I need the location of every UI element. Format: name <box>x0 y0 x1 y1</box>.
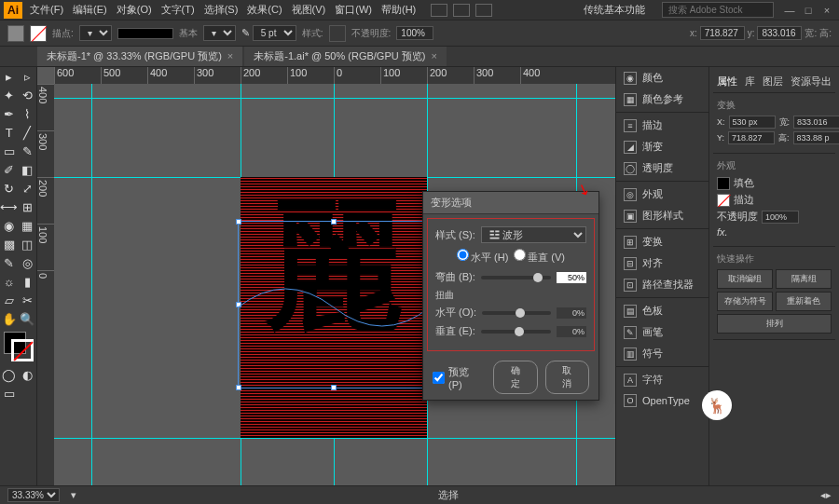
curvature-tool[interactable]: ⌇ <box>19 104 37 123</box>
rotate-tool[interactable]: ↻ <box>0 179 19 198</box>
fill-swatch[interactable] <box>7 25 24 42</box>
stroke-select[interactable]: ▾ <box>203 25 236 41</box>
tab-properties[interactable]: 属性 <box>717 75 737 89</box>
width-tool[interactable]: ⟷ <box>0 198 19 216</box>
selection-tool[interactable]: ▸ <box>0 67 19 86</box>
menu-type[interactable]: 文字(T) <box>161 3 195 17</box>
document-tab-2[interactable]: 未标题-1.ai* @ 50% (RGB/GPU 预览)× <box>244 47 447 66</box>
handle[interactable] <box>236 219 241 225</box>
tab-asset-export[interactable]: 资源导出 <box>791 75 832 89</box>
tab-layers[interactable]: 图层 <box>763 75 783 89</box>
shaper-tool[interactable]: ✐ <box>0 160 19 179</box>
guide[interactable] <box>91 84 92 504</box>
isolate-button[interactable]: 隔离组 <box>776 269 832 289</box>
ungroup-button[interactable]: 取消编组 <box>717 269 773 289</box>
layout-icon-3[interactable] <box>475 4 492 17</box>
bend-slider[interactable] <box>481 276 551 279</box>
symbol-tool[interactable]: ☼ <box>0 272 19 291</box>
blend-tool[interactable]: ◎ <box>19 253 37 272</box>
menu-object[interactable]: 对象(O) <box>117 3 152 17</box>
scroll-right-icon[interactable]: ▸ <box>826 489 832 501</box>
artboard-tool[interactable]: ▱ <box>0 291 19 309</box>
brush-select[interactable]: 5 pt <box>253 25 296 41</box>
menu-view[interactable]: 视图(V) <box>292 3 326 17</box>
fill-swatch[interactable] <box>717 177 730 190</box>
minimize-button[interactable]: — <box>781 4 798 17</box>
v-distort-slider[interactable] <box>481 330 551 334</box>
rectangle-tool[interactable]: ▭ <box>0 142 19 160</box>
paintbrush-tool[interactable]: ✎ <box>19 142 37 160</box>
screen-mode[interactable]: ▭ <box>0 384 19 402</box>
color-swatches[interactable] <box>4 332 34 361</box>
layout-icon[interactable] <box>431 4 447 17</box>
search-input[interactable] <box>662 2 774 18</box>
zoom-select[interactable]: 33.33% <box>7 488 60 502</box>
opacity-input[interactable] <box>762 211 799 224</box>
vertical-radio[interactable]: 垂直 (V) <box>514 249 565 265</box>
menu-window[interactable]: 窗口(W) <box>335 3 372 17</box>
transform-x[interactable] <box>729 116 776 129</box>
close-button[interactable]: × <box>818 4 835 17</box>
arrange-button[interactable]: 排列 <box>717 314 832 334</box>
x-input[interactable] <box>700 26 745 40</box>
panel-character[interactable]: A字符 <box>616 369 708 390</box>
gradient-tool[interactable]: ◫ <box>19 235 37 253</box>
panel-transparency[interactable]: ◯透明度 <box>616 157 708 179</box>
warp-style-select[interactable]: ☳ 波形 <box>481 226 586 243</box>
close-tab-icon[interactable]: × <box>431 50 436 61</box>
ok-button[interactable]: 确定 <box>493 361 537 394</box>
handle[interactable] <box>236 385 241 390</box>
panel-gradient[interactable]: ◢渐变 <box>616 136 708 157</box>
hand-tool[interactable]: ✋ <box>0 309 19 328</box>
draw-behind[interactable]: ◐ <box>19 365 37 384</box>
guide[interactable] <box>54 438 615 439</box>
panel-opentype[interactable]: OOpenType <box>616 390 708 411</box>
brush-icon[interactable]: ✎ <box>241 27 250 39</box>
maximize-button[interactable]: □ <box>800 4 817 17</box>
stroke-swatch[interactable] <box>717 194 730 207</box>
eyedropper-tool[interactable]: ✎ <box>0 253 19 272</box>
close-tab-icon[interactable]: × <box>227 50 233 61</box>
preview-checkbox[interactable]: 预览 (P) <box>433 365 478 390</box>
menu-select[interactable]: 选择(S) <box>204 3 239 17</box>
panel-appearance[interactable]: ◎外观 <box>616 184 708 205</box>
free-transform-tool[interactable]: ⊞ <box>19 198 37 216</box>
eraser-tool[interactable]: ◧ <box>19 160 37 179</box>
graph-tool[interactable]: ▮ <box>19 272 37 291</box>
panel-stroke[interactable]: ≡描边 <box>616 115 708 136</box>
magic-wand-tool[interactable]: ✦ <box>0 86 19 104</box>
type-tool[interactable]: T <box>0 123 19 142</box>
menu-effect[interactable]: 效果(C) <box>247 3 282 17</box>
scale-tool[interactable]: ⤢ <box>19 179 37 198</box>
panel-color-guide[interactable]: ▦颜色参考 <box>616 89 708 110</box>
menu-edit[interactable]: 编辑(E) <box>73 3 107 17</box>
mesh-tool[interactable]: ▩ <box>0 235 19 253</box>
menu-file[interactable]: 文件(F) <box>30 3 63 17</box>
lasso-tool[interactable]: ⟲ <box>19 86 37 104</box>
panel-transform[interactable]: ⊞变换 <box>616 231 708 252</box>
shape-builder-tool[interactable]: ◉ <box>0 216 19 235</box>
tab-libraries[interactable]: 库 <box>745 75 755 89</box>
y-input[interactable] <box>757 26 802 40</box>
stroke-swatch[interactable] <box>30 25 47 42</box>
stroke-preview[interactable] <box>117 28 173 39</box>
panel-pathfinder[interactable]: ⊡路径查找器 <box>616 274 708 295</box>
opacity-input[interactable] <box>396 26 433 40</box>
direct-selection-tool[interactable]: ▹ <box>19 67 37 86</box>
guide[interactable] <box>54 98 615 99</box>
line-tool[interactable]: ╱ <box>19 123 37 142</box>
panel-graphic-styles[interactable]: ▣图形样式 <box>616 205 708 226</box>
slice-tool[interactable]: ✂ <box>19 291 37 309</box>
handle[interactable] <box>331 385 337 390</box>
v-distort-value[interactable]: 0% <box>557 326 586 337</box>
stroke-color[interactable] <box>11 339 34 361</box>
zoom-tool[interactable]: 🔍 <box>19 309 37 328</box>
document-tab-1[interactable]: 未标题-1* @ 33.33% (RGB/GPU 预览)× <box>37 47 242 66</box>
pen-tool[interactable]: ✒ <box>0 104 19 123</box>
menu-help[interactable]: 帮助(H) <box>381 3 416 17</box>
draw-normal[interactable]: ◯ <box>0 365 19 384</box>
perspective-tool[interactable]: ▦ <box>19 216 37 235</box>
panel-swatches[interactable]: ▤色板 <box>616 300 708 321</box>
anchor-select[interactable]: ▾ <box>79 25 112 41</box>
transform-w[interactable] <box>793 116 839 129</box>
